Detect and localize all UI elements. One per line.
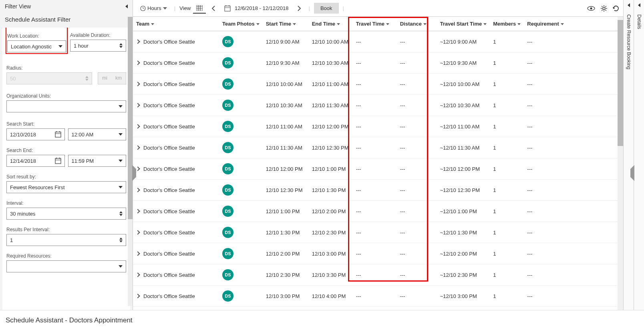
avatar: DS <box>222 269 233 280</box>
prev-button[interactable] <box>208 4 219 13</box>
sort-value: Fewest Resources First <box>10 184 65 190</box>
expand-icon[interactable] <box>135 272 140 277</box>
search-start-time[interactable]: 12:00 AM <box>68 128 127 140</box>
table-row[interactable]: Doctor's Office SeattleDS12/10 2:00 PM12… <box>133 243 623 264</box>
avatar: DS <box>222 184 233 196</box>
col-travel-start[interactable]: Travel Start Time <box>437 17 490 31</box>
col-end[interactable]: End Time <box>309 17 353 31</box>
details-rail[interactable]: Details <box>634 0 644 330</box>
col-start[interactable]: Start Time <box>263 17 309 31</box>
separator: | <box>308 5 310 11</box>
expand-icon[interactable] <box>135 39 140 44</box>
chevron-down-icon <box>58 45 62 48</box>
travel-time: --- <box>353 264 397 286</box>
expand-icon[interactable] <box>135 166 140 171</box>
expand-icon[interactable] <box>135 82 140 86</box>
expand-icon[interactable] <box>135 209 140 213</box>
requirement: --- <box>524 137 623 158</box>
view-label: View <box>179 5 191 11</box>
travel-time: --- <box>353 201 397 222</box>
table-row[interactable]: Doctor's Office SeattleDS12/10 1:30 PM12… <box>133 222 623 243</box>
expand-icon[interactable] <box>135 251 140 256</box>
travel-time: --- <box>353 222 397 243</box>
travel-time: --- <box>353 116 397 137</box>
avatar: DS <box>222 290 233 302</box>
expand-icon[interactable] <box>135 60 140 65</box>
expand-icon[interactable] <box>135 230 140 234</box>
chevron-down-icon <box>119 160 123 162</box>
table-row[interactable]: Doctor's Office SeattleDS12/10 12:30 PM1… <box>133 180 623 201</box>
table-row[interactable]: Doctor's Office SeattleDS12/10 11:00 AM1… <box>133 116 623 137</box>
svg-point-21 <box>590 7 592 9</box>
grid-view-button[interactable] <box>193 3 206 14</box>
distance: --- <box>397 222 437 243</box>
gear-icon[interactable] <box>601 5 607 12</box>
col-team-photos[interactable]: Team Photos <box>219 17 263 31</box>
filter-scrollbar[interactable] <box>128 17 133 306</box>
avail-duration-input[interactable]: 1 hour <box>70 40 126 52</box>
details-label: Details <box>636 14 642 29</box>
expand-icon[interactable] <box>135 103 140 107</box>
work-location-select[interactable]: Location Agnostic <box>7 40 66 52</box>
distance: --- <box>397 31 437 52</box>
expand-icon[interactable] <box>135 188 140 192</box>
results-input[interactable]: 1 <box>6 234 126 246</box>
collapse-filter-icon[interactable] <box>125 4 128 8</box>
team-name: Doctor's Office Seattle <box>143 187 195 193</box>
org-units-select[interactable] <box>6 100 126 112</box>
table-row[interactable]: Doctor's Office SeattleDS12/10 3:00 PM12… <box>133 286 623 307</box>
distance: --- <box>397 52 437 74</box>
avail-duration-label: Available Duration: <box>70 32 126 38</box>
hours-dropdown[interactable]: Hours <box>137 3 170 13</box>
members: 1 <box>490 264 524 286</box>
sort-icon <box>483 23 487 25</box>
distance: --- <box>397 264 437 286</box>
table-row[interactable]: Doctor's Office SeattleDS12/10 1:00 PM12… <box>133 201 623 222</box>
chevron-left-icon <box>211 6 215 11</box>
requirement: --- <box>524 264 623 286</box>
book-button[interactable]: Book <box>314 3 339 14</box>
create-booking-rail[interactable]: Create Resource Booking <box>623 0 634 330</box>
team-name: Doctor's Office Seattle <box>143 124 195 130</box>
spinner-icon[interactable] <box>119 238 123 242</box>
expand-icon[interactable] <box>135 294 140 298</box>
table-row[interactable]: Doctor's Office SeattleDS12/10 10:00 AM1… <box>133 74 623 95</box>
travel-start: ~12/10 9:30 AM <box>437 52 490 74</box>
search-end-date[interactable]: 12/14/2018 <box>6 155 65 167</box>
spinner-icon <box>85 76 89 81</box>
sort-select[interactable]: Fewest Resources First <box>6 181 126 193</box>
spinner-icon[interactable] <box>119 43 123 48</box>
end-time: 12/10 4:00 PM <box>309 286 353 307</box>
expand-icon[interactable] <box>135 124 140 128</box>
date-range-picker[interactable]: 12/6/2018 - 12/12/2018 <box>221 3 292 14</box>
table-row[interactable]: Doctor's Office SeattleDS12/10 12:00 PM1… <box>133 158 623 180</box>
next-button[interactable] <box>294 4 304 13</box>
spinner-icon[interactable] <box>119 211 123 216</box>
grid-scrollbar[interactable] <box>618 17 623 316</box>
avatar: DS <box>222 227 233 238</box>
refresh-icon[interactable] <box>613 5 619 12</box>
avatar: DS <box>222 57 233 68</box>
page-title: Schedule Assistant - Doctors Appointment <box>0 310 644 330</box>
col-members[interactable]: Members <box>490 17 524 31</box>
required-select[interactable] <box>6 260 126 272</box>
interval-input[interactable]: 30 minutes <box>6 208 126 220</box>
search-end-date-value: 12/14/2018 <box>10 158 36 164</box>
col-travel[interactable]: Travel Time <box>353 17 397 31</box>
team-name: Doctor's Office Seattle <box>143 60 195 66</box>
col-team[interactable]: Team <box>133 17 219 31</box>
table-row[interactable]: Doctor's Office SeattleDS12/10 9:00 AM12… <box>133 31 623 52</box>
travel-start: ~12/10 11:30 AM <box>437 137 490 158</box>
col-requirement[interactable]: Requirement <box>524 17 623 31</box>
col-distance[interactable]: Distance <box>397 17 437 31</box>
table-row[interactable]: Doctor's Office SeattleDS12/10 10:30 AM1… <box>133 95 623 116</box>
eye-icon[interactable] <box>587 6 595 11</box>
table-row[interactable]: Doctor's Office SeattleDS12/10 11:30 AM1… <box>133 137 623 158</box>
main-panel: Hours | View 12/6/2018 - 12/12/2018 | Bo… <box>133 0 623 330</box>
table-row[interactable]: Doctor's Office SeattleDS12/10 2:30 PM12… <box>133 264 623 286</box>
members: 1 <box>490 52 524 74</box>
search-start-date[interactable]: 12/10/2018 <box>6 128 65 140</box>
expand-icon[interactable] <box>135 145 140 150</box>
table-row[interactable]: Doctor's Office SeattleDS12/10 9:30 AM12… <box>133 52 623 74</box>
search-end-time[interactable]: 11:59 PM <box>68 155 127 167</box>
